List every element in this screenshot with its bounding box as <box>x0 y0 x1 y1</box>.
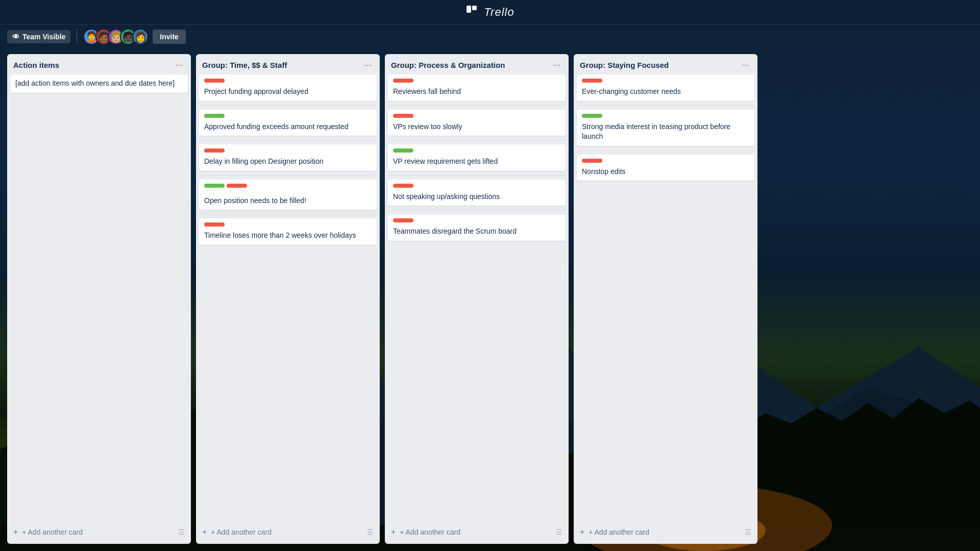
avatar-5[interactable]: 👩 <box>132 29 149 45</box>
card-p5-text: Teammates disregard the Scrum board <box>393 227 560 237</box>
toolbar: 👁 Team Visible 🧑‍🦱 🧑🏾 👩🏼 🧑🏿 👩 Invite <box>0 24 980 49</box>
label-p2 <box>393 114 413 118</box>
add-card-label-action: + Add another card <box>22 528 83 536</box>
column-cards-process: Reviewers fall behind VPs review too slo… <box>385 74 569 521</box>
template-icon-focused: ☰ <box>745 528 751 536</box>
labels-t4-row <box>204 184 372 192</box>
card-f2[interactable]: Strong media interest in teasing product… <box>577 110 754 146</box>
card-f3-text: Nonstop edits <box>582 167 749 177</box>
template-icon-action: ☰ <box>178 528 185 536</box>
add-card-label-time: + Add another card <box>211 528 272 536</box>
template-icon-process: ☰ <box>556 528 562 536</box>
column-header-time: Group: Time, $$ & Staff ··· <box>196 54 380 74</box>
card-t4[interactable]: Open position needs to be filled! <box>199 180 377 210</box>
card-p5[interactable]: Teammates disregard the Scrum board <box>388 214 566 241</box>
column-cards-focused: Ever-changing customer needs Strong medi… <box>574 74 757 521</box>
card-t4-text: Open position needs to be filled! <box>204 196 372 206</box>
header: Trello <box>0 0 980 24</box>
add-card-label-focused: + Add another card <box>589 528 649 536</box>
label-t5 <box>204 222 225 227</box>
card-f3[interactable]: Nonstop edits <box>577 155 754 181</box>
column-title-action-items: Action items <box>13 61 59 69</box>
label-p1 <box>393 79 413 83</box>
column-action-items: Action items ··· [add action items with … <box>7 54 191 544</box>
add-card-button-focused[interactable]: + + Add another card ☰ <box>574 523 757 541</box>
label-t3 <box>204 148 225 153</box>
card-t1-text: Project funding approval delayed <box>204 87 372 97</box>
column-header-focused: Group: Staying Focused ··· <box>574 54 757 74</box>
column-title-focused: Group: Staying Focused <box>580 61 669 69</box>
label-p4 <box>393 184 413 188</box>
card-t1[interactable]: Project funding approval delayed <box>199 74 377 101</box>
add-card-button-action[interactable]: + + Add another card ☰ <box>7 523 191 541</box>
header-logo: Trello <box>465 5 514 20</box>
add-icon-process: + <box>391 528 396 536</box>
card-p1[interactable]: Reviewers fall behind <box>388 74 566 101</box>
label-t4-green <box>204 184 225 188</box>
card-p1-text: Reviewers fall behind <box>393 87 560 97</box>
invite-button[interactable]: Invite <box>153 30 186 44</box>
label-p3 <box>393 148 413 153</box>
column-title-time: Group: Time, $$ & Staff <box>202 61 287 69</box>
card-p3[interactable]: VP review requirement gets lifted <box>388 144 566 171</box>
team-label: Team Visible <box>22 33 65 41</box>
card-t5[interactable]: Timeline loses more than 2 weeks over ho… <box>199 218 377 245</box>
column-title-process: Group: Process & Organization <box>391 61 505 69</box>
label-t2 <box>204 114 225 118</box>
card-f1-text: Ever-changing customer needs <box>582 87 749 97</box>
label-f1 <box>582 79 602 83</box>
toolbar-divider <box>77 30 77 44</box>
card-p4[interactable]: Not speaking up/asking questions <box>388 180 566 206</box>
label-f2 <box>582 114 602 118</box>
avatar-group: 🧑‍🦱 🧑🏾 👩🏼 🧑🏿 👩 <box>83 29 149 45</box>
team-visible-button[interactable]: 👁 Team Visible <box>7 30 70 43</box>
card-p2[interactable]: VPs review too slowly <box>388 110 566 136</box>
card-t3-text: Delay in filling open Designer position <box>204 157 372 167</box>
card-t2[interactable]: Approved funding exceeds amount requeste… <box>199 110 377 136</box>
trello-logo-icon <box>465 5 478 20</box>
column-time-staff: Group: Time, $$ & Staff ··· Project fund… <box>196 54 380 544</box>
add-card-label-process: + Add another card <box>400 528 460 536</box>
add-card-button-time[interactable]: + + Add another card ☰ <box>196 523 380 541</box>
column-header-action-items: Action items ··· <box>7 54 191 74</box>
card-a1-text: [add action items with owners and due da… <box>15 79 183 89</box>
card-p3-text: VP review requirement gets lifted <box>393 157 560 167</box>
add-icon-focused: + <box>580 528 584 536</box>
column-process: Group: Process & Organization ··· Review… <box>385 54 569 544</box>
label-p5 <box>393 218 413 222</box>
column-focused: Group: Staying Focused ··· Ever-changing… <box>574 54 757 544</box>
label-f3 <box>582 159 602 163</box>
card-t2-text: Approved funding exceeds amount requeste… <box>204 122 372 132</box>
add-icon-action: + <box>13 528 18 536</box>
card-t5-text: Timeline loses more than 2 weeks over ho… <box>204 231 372 241</box>
card-f1[interactable]: Ever-changing customer needs <box>577 74 754 101</box>
column-menu-button-action[interactable]: ··· <box>173 59 185 70</box>
column-menu-button-process[interactable]: ··· <box>551 59 562 70</box>
label-t4-red <box>227 184 247 188</box>
card-a1[interactable]: [add action items with owners and due da… <box>10 74 188 93</box>
svg-rect-11 <box>472 6 477 10</box>
column-cards-time: Project funding approval delayed Approve… <box>196 74 380 521</box>
team-icon: 👁 <box>12 33 19 41</box>
label-t1 <box>204 79 225 83</box>
column-cards-action: [add action items with owners and due da… <box>7 74 191 521</box>
column-menu-button-time[interactable]: ··· <box>362 59 374 70</box>
column-header-process: Group: Process & Organization ··· <box>385 54 569 74</box>
svg-rect-10 <box>467 6 471 13</box>
card-p2-text: VPs review too slowly <box>393 122 560 132</box>
trello-logo-text: Trello <box>484 6 514 19</box>
board: Action items ··· [add action items with … <box>0 49 980 549</box>
add-card-button-process[interactable]: + + Add another card ☰ <box>385 523 569 541</box>
card-p4-text: Not speaking up/asking questions <box>393 192 560 202</box>
template-icon-time: ☰ <box>367 528 374 536</box>
column-menu-button-focused[interactable]: ··· <box>740 59 751 70</box>
card-t3[interactable]: Delay in filling open Designer position <box>199 144 377 171</box>
add-icon-time: + <box>202 528 207 536</box>
card-f2-text: Strong media interest in teasing product… <box>582 122 749 142</box>
